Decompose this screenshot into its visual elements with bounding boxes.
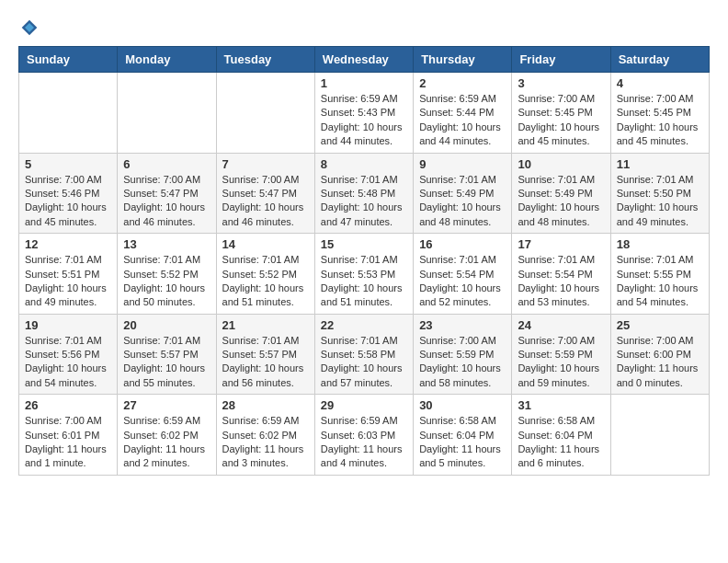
calendar-header-tuesday: Tuesday — [216, 47, 314, 73]
calendar-cell: 2Sunrise: 6:59 AM Sunset: 5:44 PM Daylig… — [414, 73, 512, 154]
calendar-week-row: 5Sunrise: 7:00 AM Sunset: 5:46 PM Daylig… — [19, 153, 710, 234]
day-number: 28 — [222, 398, 309, 412]
calendar-cell: 11Sunrise: 7:01 AM Sunset: 5:50 PM Dayli… — [610, 153, 709, 234]
day-number: 9 — [419, 157, 506, 171]
day-info: Sunrise: 7:01 AM Sunset: 5:48 PM Dayligh… — [321, 173, 407, 230]
day-number: 10 — [518, 157, 604, 171]
calendar-cell: 13Sunrise: 7:01 AM Sunset: 5:52 PM Dayli… — [118, 234, 216, 315]
day-info: Sunrise: 7:01 AM Sunset: 5:54 PM Dayligh… — [518, 253, 604, 310]
day-number: 1 — [321, 76, 407, 90]
day-info: Sunrise: 7:01 AM Sunset: 5:54 PM Dayligh… — [419, 253, 506, 310]
day-number: 6 — [123, 157, 210, 171]
calendar-cell: 18Sunrise: 7:01 AM Sunset: 5:55 PM Dayli… — [610, 234, 709, 315]
calendar-table: SundayMondayTuesdayWednesdayThursdayFrid… — [18, 46, 710, 476]
logo-icon — [20, 18, 39, 37]
calendar-cell: 31Sunrise: 6:58 AM Sunset: 6:04 PM Dayli… — [512, 395, 610, 476]
calendar-cell — [118, 73, 216, 154]
day-number: 12 — [25, 237, 111, 251]
calendar-cell: 9Sunrise: 7:01 AM Sunset: 5:49 PM Daylig… — [414, 153, 512, 234]
calendar-header-saturday: Saturday — [610, 47, 709, 73]
calendar-cell: 7Sunrise: 7:00 AM Sunset: 5:47 PM Daylig… — [216, 153, 314, 234]
calendar-week-row: 1Sunrise: 6:59 AM Sunset: 5:43 PM Daylig… — [19, 73, 710, 154]
day-number: 26 — [25, 398, 111, 412]
day-info: Sunrise: 6:59 AM Sunset: 6:03 PM Dayligh… — [321, 414, 407, 471]
day-number: 29 — [321, 398, 407, 412]
calendar-cell: 17Sunrise: 7:01 AM Sunset: 5:54 PM Dayli… — [512, 234, 610, 315]
day-number: 15 — [321, 237, 407, 251]
calendar-cell: 3Sunrise: 7:00 AM Sunset: 5:45 PM Daylig… — [512, 73, 610, 154]
calendar-cell: 30Sunrise: 6:58 AM Sunset: 6:04 PM Dayli… — [414, 395, 512, 476]
day-info: Sunrise: 6:58 AM Sunset: 6:04 PM Dayligh… — [518, 414, 604, 471]
calendar-cell: 21Sunrise: 7:01 AM Sunset: 5:57 PM Dayli… — [216, 314, 314, 395]
day-info: Sunrise: 6:58 AM Sunset: 6:04 PM Dayligh… — [419, 414, 506, 471]
day-number: 25 — [617, 318, 703, 332]
calendar-cell: 23Sunrise: 7:00 AM Sunset: 5:59 PM Dayli… — [414, 314, 512, 395]
day-info: Sunrise: 7:00 AM Sunset: 5:45 PM Dayligh… — [617, 92, 703, 149]
calendar-header-sunday: Sunday — [19, 47, 118, 73]
calendar-cell — [610, 395, 709, 476]
calendar-cell — [216, 73, 314, 154]
day-info: Sunrise: 7:00 AM Sunset: 5:46 PM Dayligh… — [25, 173, 111, 230]
calendar-cell: 15Sunrise: 7:01 AM Sunset: 5:53 PM Dayli… — [314, 234, 413, 315]
calendar-cell: 28Sunrise: 6:59 AM Sunset: 6:02 PM Dayli… — [216, 395, 314, 476]
calendar-cell: 25Sunrise: 7:00 AM Sunset: 6:00 PM Dayli… — [610, 314, 709, 395]
day-info: Sunrise: 7:01 AM Sunset: 5:56 PM Dayligh… — [25, 334, 111, 391]
day-info: Sunrise: 7:00 AM Sunset: 5:45 PM Dayligh… — [518, 92, 604, 149]
calendar-cell: 20Sunrise: 7:01 AM Sunset: 5:57 PM Dayli… — [118, 314, 216, 395]
day-info: Sunrise: 7:00 AM Sunset: 5:59 PM Dayligh… — [419, 334, 506, 391]
day-info: Sunrise: 7:00 AM Sunset: 6:00 PM Dayligh… — [617, 334, 703, 391]
calendar-cell: 26Sunrise: 7:00 AM Sunset: 6:01 PM Dayli… — [19, 395, 118, 476]
day-number: 23 — [419, 318, 506, 332]
page-header — [18, 18, 710, 37]
day-number: 16 — [419, 237, 506, 251]
day-number: 17 — [518, 237, 604, 251]
calendar-cell — [19, 73, 118, 154]
logo — [18, 18, 39, 37]
day-number: 19 — [25, 318, 111, 332]
calendar-cell: 12Sunrise: 7:01 AM Sunset: 5:51 PM Dayli… — [19, 234, 118, 315]
day-number: 22 — [321, 318, 407, 332]
day-number: 18 — [617, 237, 703, 251]
calendar-cell: 10Sunrise: 7:01 AM Sunset: 5:49 PM Dayli… — [512, 153, 610, 234]
day-info: Sunrise: 7:01 AM Sunset: 5:53 PM Dayligh… — [321, 253, 407, 310]
calendar-cell: 4Sunrise: 7:00 AM Sunset: 5:45 PM Daylig… — [610, 73, 709, 154]
calendar-cell: 6Sunrise: 7:00 AM Sunset: 5:47 PM Daylig… — [118, 153, 216, 234]
day-number: 30 — [419, 398, 506, 412]
day-number: 21 — [222, 318, 309, 332]
day-number: 31 — [518, 398, 604, 412]
day-info: Sunrise: 7:00 AM Sunset: 5:59 PM Dayligh… — [518, 334, 604, 391]
calendar-cell: 8Sunrise: 7:01 AM Sunset: 5:48 PM Daylig… — [314, 153, 413, 234]
calendar-cell: 1Sunrise: 6:59 AM Sunset: 5:43 PM Daylig… — [314, 73, 413, 154]
day-info: Sunrise: 7:00 AM Sunset: 5:47 PM Dayligh… — [123, 173, 210, 230]
day-number: 24 — [518, 318, 604, 332]
day-info: Sunrise: 7:01 AM Sunset: 5:50 PM Dayligh… — [617, 173, 703, 230]
calendar-week-row: 26Sunrise: 7:00 AM Sunset: 6:01 PM Dayli… — [19, 395, 710, 476]
day-number: 4 — [617, 76, 703, 90]
calendar-header-thursday: Thursday — [414, 47, 512, 73]
calendar-header-row: SundayMondayTuesdayWednesdayThursdayFrid… — [19, 47, 710, 73]
day-info: Sunrise: 7:01 AM Sunset: 5:51 PM Dayligh… — [25, 253, 111, 310]
day-info: Sunrise: 6:59 AM Sunset: 6:02 PM Dayligh… — [222, 414, 309, 471]
day-number: 3 — [518, 76, 604, 90]
calendar-header-monday: Monday — [118, 47, 216, 73]
calendar-header-wednesday: Wednesday — [314, 47, 413, 73]
day-info: Sunrise: 6:59 AM Sunset: 5:44 PM Dayligh… — [419, 92, 506, 149]
day-number: 11 — [617, 157, 703, 171]
day-number: 5 — [25, 157, 111, 171]
calendar-week-row: 12Sunrise: 7:01 AM Sunset: 5:51 PM Dayli… — [19, 234, 710, 315]
day-number: 7 — [222, 157, 309, 171]
calendar-week-row: 19Sunrise: 7:01 AM Sunset: 5:56 PM Dayli… — [19, 314, 710, 395]
calendar-cell: 22Sunrise: 7:01 AM Sunset: 5:58 PM Dayli… — [314, 314, 413, 395]
day-info: Sunrise: 7:01 AM Sunset: 5:58 PM Dayligh… — [321, 334, 407, 391]
day-info: Sunrise: 7:01 AM Sunset: 5:52 PM Dayligh… — [123, 253, 210, 310]
calendar-cell: 27Sunrise: 6:59 AM Sunset: 6:02 PM Dayli… — [118, 395, 216, 476]
day-info: Sunrise: 7:01 AM Sunset: 5:52 PM Dayligh… — [222, 253, 309, 310]
day-info: Sunrise: 7:01 AM Sunset: 5:57 PM Dayligh… — [222, 334, 309, 391]
calendar-cell: 14Sunrise: 7:01 AM Sunset: 5:52 PM Dayli… — [216, 234, 314, 315]
calendar-cell: 16Sunrise: 7:01 AM Sunset: 5:54 PM Dayli… — [414, 234, 512, 315]
day-number: 2 — [419, 76, 506, 90]
day-info: Sunrise: 6:59 AM Sunset: 6:02 PM Dayligh… — [123, 414, 210, 471]
day-info: Sunrise: 7:01 AM Sunset: 5:57 PM Dayligh… — [123, 334, 210, 391]
day-number: 13 — [123, 237, 210, 251]
day-info: Sunrise: 7:01 AM Sunset: 5:49 PM Dayligh… — [419, 173, 506, 230]
